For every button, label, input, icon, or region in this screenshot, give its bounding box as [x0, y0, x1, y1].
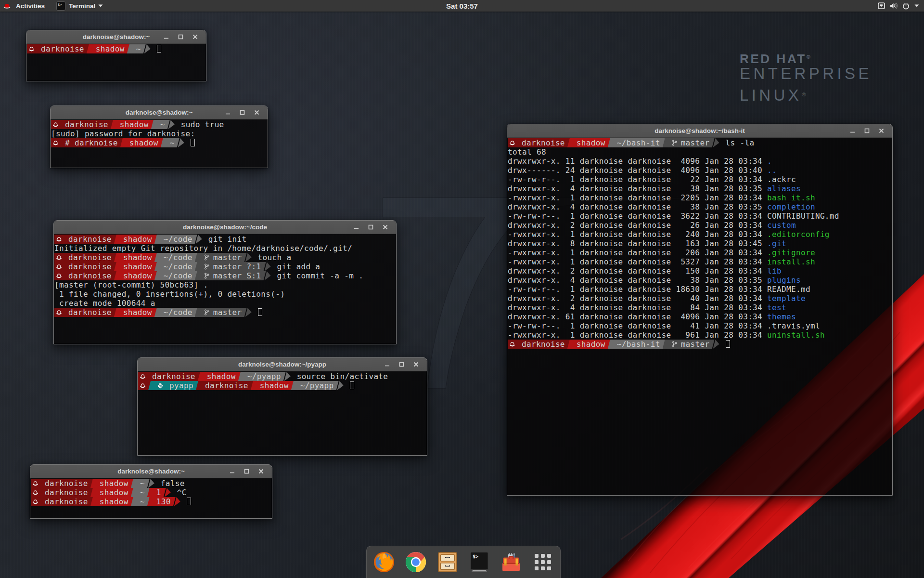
- dock-item-show-apps[interactable]: [531, 551, 554, 574]
- output-line: drwxrwxr-x. 4 darknoise darknoise 38 Jan…: [508, 276, 892, 285]
- activities-button[interactable]: Activities: [13, 0, 48, 12]
- titlebar[interactable]: darknoise@shadow:~: [30, 465, 272, 478]
- prompt-segment-host: shadow: [114, 235, 157, 244]
- output-text: .: [767, 157, 772, 166]
- minimize-button[interactable]: [845, 124, 860, 137]
- redhat-hat-icon: [56, 264, 62, 270]
- redhat-hat-icon: [32, 490, 38, 496]
- output-line: drwxrwxr-x. 2 darknoise darknoise 40 Jan…: [508, 294, 892, 303]
- prompt-line: darknoiseshadow~/codemaster ?:1git add a: [54, 262, 396, 271]
- minimize-button[interactable]: [380, 358, 394, 371]
- close-button[interactable]: [874, 124, 888, 137]
- terminal-content[interactable]: darknoiseshadow~/codegit initInitialized…: [54, 234, 396, 344]
- system-status-area[interactable]: [878, 0, 919, 12]
- terminal-content[interactable]: darknoiseshadow~/pyappsource bin/activat…: [138, 371, 427, 455]
- terminal-content[interactable]: darknoiseshadow~falsedarknoiseshadow~1^C…: [30, 478, 272, 518]
- prompt-line: darknoiseshadow~: [27, 44, 206, 53]
- prompt-segment-exit: 130: [147, 497, 176, 506]
- close-button[interactable]: [409, 358, 423, 371]
- prompt-segment-user: darknoise: [54, 308, 116, 317]
- prompt-line: darknoiseshadow~/codemaster S:1git commi…: [54, 271, 396, 280]
- terminal-content[interactable]: darknoiseshadow~: [26, 44, 206, 81]
- maximize-button[interactable]: [860, 124, 874, 137]
- dock-item-firefox[interactable]: [372, 551, 396, 574]
- output-text: completion: [767, 202, 815, 211]
- prompt-line: pyappdarknoiseshadow~/pyapp: [138, 381, 427, 390]
- output-text: drwxrwxr-x. 61 darknoise darknoise 4096 …: [508, 312, 767, 321]
- clock[interactable]: Sat 03:57: [0, 2, 924, 10]
- minimize-button[interactable]: [225, 465, 239, 478]
- git-branch-icon: [204, 254, 209, 261]
- output-text: CONTRIBUTING.md: [767, 211, 839, 221]
- command-text: false: [154, 479, 185, 488]
- prompt-segment-git: master: [195, 308, 247, 317]
- prompt-segment-host: shadow: [114, 253, 157, 262]
- output-text: aliases: [767, 184, 801, 193]
- output-text: lib: [767, 266, 782, 276]
- minimize-button[interactable]: [220, 106, 235, 119]
- prompt-segment-user: # darknoise: [51, 138, 123, 147]
- maximize-button[interactable]: [173, 30, 188, 43]
- dock-item-files[interactable]: [436, 551, 459, 574]
- titlebar[interactable]: darknoise@shadow:~/code: [54, 221, 396, 234]
- close-button[interactable]: [254, 465, 268, 478]
- prompt-segment-user: darknoise: [54, 271, 116, 280]
- prompt-segment-host: shadow: [90, 488, 133, 497]
- output-text: drwxrwxr-x. 11 darknoise darknoise 4096 …: [508, 157, 767, 166]
- output-line: [master (root-commit) 50bcb63] .: [54, 280, 396, 289]
- app-menu-label: Terminal: [69, 2, 95, 10]
- output-text: uninstall.sh: [767, 330, 825, 340]
- output-text: drwx------. 24 darknoise darknoise 4096 …: [508, 166, 767, 175]
- dock-item-terminal[interactable]: $>: [468, 551, 491, 574]
- titlebar[interactable]: darknoise@shadow:~: [51, 106, 268, 119]
- titlebar[interactable]: darknoise@shadow:~/pyapp: [138, 358, 427, 371]
- prompt-segment-git: master: [663, 138, 715, 147]
- maximize-button[interactable]: [239, 465, 254, 478]
- output-text: 1 file changed, 0 insertions(+), 0 delet…: [54, 289, 285, 299]
- titlebar[interactable]: darknoise@shadow:~/bash-it: [507, 124, 892, 138]
- prompt-segment-user: darknoise: [54, 235, 116, 244]
- output-text: test: [767, 303, 786, 312]
- registered-mark: ®: [807, 54, 810, 60]
- prompt-segment-host: shadow: [114, 262, 157, 271]
- prompt-segment-git: master S:1: [195, 271, 266, 280]
- maximize-button[interactable]: [235, 106, 249, 119]
- prompt-segment-cwd: ~/bash-it: [608, 138, 665, 147]
- git-branch-icon: [672, 140, 677, 146]
- close-button[interactable]: [378, 221, 392, 234]
- prompt-segment-cwd: ~/code: [154, 271, 197, 280]
- maximize-button[interactable]: [394, 358, 409, 371]
- output-text: custom: [767, 221, 796, 230]
- app-menu-button[interactable]: $> Terminal: [52, 0, 107, 12]
- terminal-cursor: [157, 45, 161, 53]
- output-line: create mode 100644 a: [54, 299, 396, 308]
- prompt-segment-host: shadow: [198, 372, 241, 381]
- redhat-logo-icon: [3, 2, 11, 10]
- close-button[interactable]: [249, 106, 264, 119]
- dock-item-chrome[interactable]: [404, 551, 427, 574]
- prompt-segment-user: darknoise: [54, 262, 116, 271]
- redhat-hat-icon: [509, 342, 515, 347]
- terminal-window-exitcodes: darknoise@shadow:~ darknoiseshadow~false…: [30, 464, 272, 519]
- terminal-content[interactable]: darknoiseshadow~/bash-itmasterls -latota…: [507, 138, 892, 495]
- close-button[interactable]: [188, 30, 202, 43]
- dock-item-toolbox[interactable]: [500, 551, 523, 574]
- window-title: darknoise@shadow:~/code: [183, 223, 267, 231]
- prompt-segment-host: shadow: [87, 44, 129, 53]
- output-line: -rw-rw-r--. 1 darknoise darknoise 18630 …: [508, 285, 892, 294]
- prompt-line: darknoiseshadow~sudo true: [51, 120, 268, 129]
- output-text: drwxrwxr-x. 8 darknoise darknoise 163 Ja…: [508, 239, 767, 248]
- command-text: source bin/activate: [291, 372, 388, 381]
- registered-mark: ®: [802, 92, 806, 97]
- output-text: .ackrc: [767, 175, 796, 184]
- prompt-segment-exit: 1: [147, 488, 166, 497]
- minimize-button[interactable]: [349, 221, 363, 234]
- terminal-content[interactable]: darknoiseshadow~sudo true[sudo] password…: [51, 119, 268, 168]
- output-text: drwxrwxr-x. 2 darknoise darknoise 40 Jan…: [508, 294, 767, 303]
- output-text: drwxrwxr-x. 4 darknoise darknoise 84 Jan…: [508, 303, 767, 312]
- titlebar[interactable]: darknoise@shadow:~: [26, 30, 206, 44]
- maximize-button[interactable]: [363, 221, 378, 234]
- output-line: drwxrwxr-x. 4 darknoise darknoise 38 Jan…: [508, 184, 892, 193]
- output-text: drwxrwxr-x. 4 darknoise darknoise 38 Jan…: [508, 202, 767, 211]
- minimize-button[interactable]: [159, 30, 173, 43]
